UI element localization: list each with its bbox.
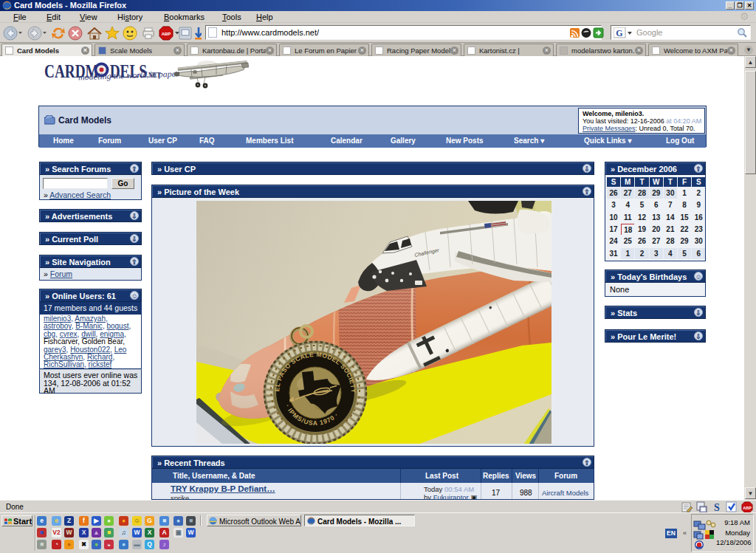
svg-text:ABP: ABP: [743, 506, 752, 510]
svg-text:S: S: [714, 502, 720, 513]
